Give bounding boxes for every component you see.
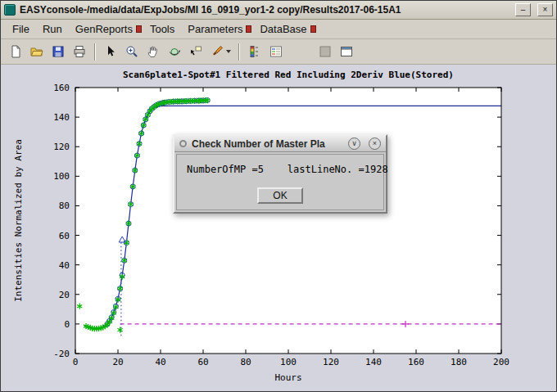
- zoom-in-button[interactable]: [121, 41, 143, 62]
- menu-run[interactable]: Run: [36, 20, 69, 38]
- y-tick-label: 120: [53, 142, 70, 152]
- menu-accent-icon: [136, 25, 142, 33]
- plot-area: [75, 88, 501, 354]
- minimize-button[interactable]: –: [515, 3, 531, 16]
- y-tick-label: 20: [59, 290, 70, 300]
- x-tick-label: 140: [365, 357, 382, 367]
- new-document-icon: [8, 44, 23, 59]
- x-tick-label: 160: [408, 357, 424, 367]
- x-tick-label: 0: [73, 357, 79, 367]
- figure-canvas: 020406080100120140160180200-200204060801…: [1, 65, 556, 391]
- x-tick-label: 40: [155, 357, 165, 367]
- menu-genreports[interactable]: GenReports: [69, 20, 139, 38]
- dialog-close-button[interactable]: ×: [369, 137, 381, 150]
- menu-parameters[interactable]: Parameters: [181, 20, 249, 38]
- y-tick-label: 160: [53, 83, 70, 93]
- y-tick-label: 60: [59, 231, 70, 241]
- menubar: File Run GenReports Tools Parameters Dat…: [1, 20, 556, 39]
- y-tick-label: -20: [53, 349, 70, 359]
- dialog-titlebar[interactable]: Check Number of Master Pla ∨ ×: [174, 136, 386, 152]
- x-tick-label: 20: [112, 357, 123, 367]
- pan-hand-icon: [146, 44, 161, 59]
- app-icon: [4, 4, 16, 16]
- dialog-title: Check Number of Master Pla: [192, 138, 340, 150]
- legend-button[interactable]: [265, 41, 287, 62]
- y-tick-label: 140: [53, 112, 70, 123]
- x-tick-label: 80: [240, 357, 251, 367]
- plot-browser-button[interactable]: [315, 41, 336, 62]
- menu-accent-icon: [310, 25, 316, 33]
- x-tick-label: 100: [280, 357, 297, 367]
- save-button[interactable]: [48, 41, 69, 62]
- y-axis-label: Intensities Normalized by Area: [13, 139, 24, 302]
- pointer-icon: [103, 44, 118, 59]
- toolbar-separator: [94, 43, 96, 61]
- menu-database[interactable]: DataBase: [253, 20, 313, 38]
- colorbar-icon: [247, 44, 262, 59]
- brush-button[interactable]: [206, 41, 234, 62]
- figure-palette-button[interactable]: [336, 41, 357, 62]
- x-tick-label: 120: [323, 357, 339, 367]
- pan-hand-button[interactable]: [143, 41, 164, 62]
- ok-button[interactable]: OK: [257, 187, 303, 204]
- y-tick-label: 100: [53, 171, 70, 182]
- pointer-button[interactable]: [100, 41, 121, 62]
- print-icon: [72, 44, 87, 59]
- figure-palette-icon: [339, 44, 354, 59]
- brush-icon: [210, 44, 224, 59]
- dialog-message: NumberOfMP =5 lastLineNo. =1928: [177, 155, 383, 175]
- y-tick-label: 40: [59, 260, 70, 271]
- menu-file[interactable]: File: [6, 20, 36, 38]
- plot-svg[interactable]: 020406080100120140160180200-200204060801…: [1, 65, 556, 391]
- window-title: EASYconsole-/media/data/ExpJobs/MI 16_09…: [20, 4, 509, 16]
- x-tick-label: 60: [197, 357, 208, 367]
- dialog-collapse-button[interactable]: ∨: [348, 137, 360, 150]
- window-titlebar[interactable]: EASYconsole-/media/data/ExpJobs/MI 16_09…: [1, 1, 556, 20]
- print-button[interactable]: [69, 41, 90, 62]
- y-tick-label: 0: [64, 319, 70, 330]
- open-folder-icon: [29, 44, 44, 59]
- y-tick-label: 80: [59, 201, 70, 211]
- app-window: EASYconsole-/media/data/ExpJobs/MI 16_09…: [0, 0, 557, 392]
- rotate-3d-icon: [167, 44, 182, 59]
- x-axis-label: Hours: [274, 372, 301, 383]
- legend-icon: [269, 44, 283, 59]
- dialog-body: NumberOfMP =5 lastLineNo. =1928 OK: [176, 154, 384, 210]
- dialog-icon: [179, 140, 187, 147]
- menu-tools[interactable]: Tools: [143, 20, 181, 38]
- plot-title: Scan6plate1-Spot#1 Filtered Red Includin…: [123, 70, 454, 80]
- toolbar-separator: [238, 43, 240, 61]
- dropdown-caret-icon[interactable]: [226, 50, 231, 53]
- plot-browser-icon: [318, 44, 333, 59]
- menu-accent-icon: [246, 25, 251, 33]
- rotate-3d-button[interactable]: [164, 41, 185, 62]
- new-document-button[interactable]: [5, 41, 26, 62]
- data-cursor-button[interactable]: [185, 41, 206, 62]
- data-cursor-icon: [188, 44, 203, 59]
- open-folder-button[interactable]: [26, 41, 48, 62]
- x-tick-label: 200: [493, 357, 509, 367]
- toolbar: [1, 39, 556, 65]
- check-master-plates-dialog: Check Number of Master Pla ∨ × NumberOfM…: [173, 134, 387, 214]
- colorbar-button[interactable]: [244, 41, 265, 62]
- x-tick-label: 180: [451, 357, 467, 367]
- zoom-in-icon: [125, 44, 139, 59]
- save-icon: [51, 44, 66, 59]
- close-button[interactable]: ×: [537, 3, 553, 16]
